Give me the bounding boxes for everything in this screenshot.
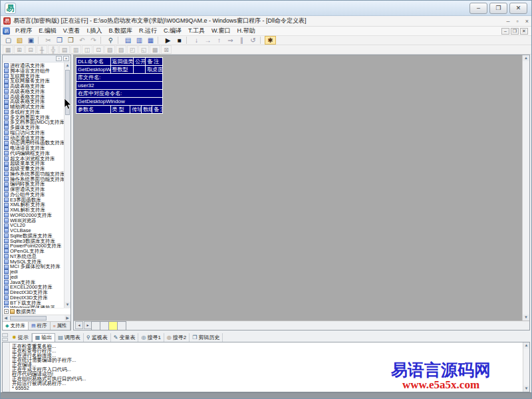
toolbar-button[interactable]: ✂ [43, 36, 54, 45]
toolbar-button[interactable]: ▥ [134, 36, 145, 45]
output-tab[interactable]: ✹ 提示 [9, 333, 32, 342]
scroll-down-icon[interactable]: ▼ [523, 315, 529, 321]
library-item[interactable]: Sqlite3数据库支持库 [3, 239, 64, 244]
table-toolbar-button[interactable]: ⊞ [14, 45, 25, 54]
sidebar-tab[interactable]: ▤ 程序 [29, 322, 51, 330]
menu-item[interactable]: R.运行 [136, 27, 160, 35]
os-close-button[interactable]: ✕ [509, 3, 527, 14]
menu-item[interactable]: P.程序 [12, 27, 35, 35]
library-item[interactable]: EXCEL2000支持库 [3, 285, 64, 290]
scroll-up-icon[interactable]: ▲ [65, 63, 70, 68]
menu-item[interactable]: C.编译 [160, 27, 185, 35]
toolbar-button[interactable]: ▧ [14, 36, 25, 45]
menu-item[interactable]: E.编辑 [35, 27, 60, 35]
scroll-left-icon[interactable]: ◀ [3, 315, 9, 321]
toolbar-button[interactable] [118, 37, 121, 44]
library-item[interactable]: WEB浏览器 [3, 218, 64, 223]
library-item[interactable]: DirectX3D支持库 [3, 295, 64, 301]
output-tab[interactable]: ▤ 调用表 [55, 333, 84, 342]
library-item[interactable]: 多文档界面支持库 [3, 115, 64, 120]
os-maximize-button[interactable]: ❐ [489, 3, 507, 14]
toolbar-button[interactable] [186, 37, 190, 44]
library-item[interactable]: NT系统信息 [3, 254, 64, 259]
toolbar-button[interactable]: → [202, 36, 213, 45]
output-tab[interactable]: ❐ 剪辑历史 [190, 333, 223, 342]
scroll-down-icon[interactable]: ▼ [523, 386, 529, 392]
library-item[interactable]: 辅助调试支持库 [3, 104, 64, 110]
library-item[interactable]: 多文档界面(MDC)支持库V版 [3, 120, 64, 125]
library-item[interactable]: 超文本浏览框支持库 [3, 156, 64, 162]
library-item[interactable]: 进程通讯支持库 [3, 63, 64, 68]
library-item[interactable]: Sqlite数据库支持库 [3, 233, 64, 239]
table-toolbar-button[interactable]: ▤ [59, 45, 70, 54]
map-name-value-cell[interactable]: GetDesktopWindow [76, 98, 163, 106]
library-item[interactable]: 动态调用特殊函数支持库 [3, 140, 64, 146]
lib-file-value-cell[interactable]: user32 [76, 82, 163, 90]
toolbar-button[interactable]: ❐ [54, 36, 65, 45]
dll-definition-canvas[interactable]: DLL命令名 返回值类型 公开 备 注 GetDesktopWindow 整数型… [74, 55, 522, 321]
library-item[interactable]: 多媒体支持库 [3, 125, 64, 130]
param-header-cell[interactable]: 数组 [142, 106, 152, 114]
toolbar-button[interactable]: ▢ [3, 36, 14, 45]
table-toolbar-button[interactable]: ⊠ [161, 45, 172, 54]
hscroll-thumb[interactable] [10, 316, 47, 321]
toolbar-button[interactable]: ■ [174, 36, 185, 45]
ide-close-button[interactable]: × [525, 18, 529, 25]
toolbar-button[interactable]: ▶ [162, 36, 174, 45]
library-item[interactable]: MySQL支持库 [3, 259, 64, 265]
table-toolbar-button[interactable]: ◰ [127, 45, 138, 54]
menu-item[interactable]: W.窗口 [208, 27, 234, 35]
mdi-minimize-button[interactable]: – [501, 28, 509, 35]
command-name-cell[interactable]: GetDesktopWindow [76, 66, 111, 74]
param-header-cell[interactable]: 传址 [130, 106, 142, 114]
library-item[interactable]: E3界面函数库 [3, 198, 64, 203]
output-gutter-button[interactable] [3, 344, 9, 349]
library-item[interactable]: VCLBase [3, 228, 64, 233]
toolbar-button[interactable]: ⚲ [105, 36, 116, 45]
header-cell[interactable]: DLL命令名 [76, 58, 111, 66]
library-item[interactable]: 超级菜单支持库 [3, 161, 64, 166]
header-cell[interactable]: 备 注 [146, 58, 163, 66]
library-item[interactable]: 操作系统界面功能支持库(2B版) [3, 172, 64, 177]
toolbar-button[interactable]: ↓ [191, 36, 202, 45]
library-item[interactable]: 编码转换支持库 [3, 182, 64, 187]
document-tab[interactable] [117, 321, 126, 330]
menu-item[interactable]: H.帮助 [234, 27, 259, 35]
library-item[interactable]: 高级表格支持库 [3, 94, 64, 100]
sidebar-tab[interactable]: ◆ 支持库 [3, 322, 29, 330]
scroll-up-icon[interactable]: ▲ [523, 55, 529, 61]
library-item[interactable]: Java支持库 [3, 280, 64, 285]
library-item[interactable]: 端口访问支持库 [3, 130, 64, 136]
library-item[interactable]: BT下载支持库 [3, 301, 64, 306]
toolbar-button[interactable] [38, 37, 41, 44]
param-header-cell[interactable]: 备 注 [152, 106, 163, 114]
output-tab[interactable]: ▦ 输出 [32, 333, 56, 342]
toolbar-button[interactable]: ❒ [65, 36, 76, 45]
toolbar-button[interactable]: ▦ [145, 36, 156, 45]
scroll-down-icon[interactable]: ▼ [65, 302, 70, 308]
table-toolbar-button[interactable]: ⊡ [93, 45, 104, 54]
return-type-cell[interactable]: 整数型 [111, 66, 134, 74]
table-toolbar-button[interactable]: ▧ [104, 45, 115, 54]
library-item[interactable]: 超级变量支持库 [3, 166, 64, 172]
toolbar-button[interactable]: ✱ [265, 36, 276, 45]
output-tab[interactable]: ✎ 变量表 [111, 333, 139, 342]
ide-minimize-button[interactable]: – [507, 18, 510, 25]
toolbar-button[interactable] [260, 37, 263, 44]
library-item[interactable]: PowerPoint2000支持库 [3, 243, 64, 249]
menu-item[interactable]: V.查看 [60, 27, 84, 35]
library-item[interactable]: 互联网服务支持库 [3, 78, 64, 84]
toolbar-button[interactable]: ↺ [247, 36, 259, 45]
output-tab[interactable]: ◎ 搜寻1 [138, 333, 164, 342]
document-tab[interactable] [100, 321, 109, 330]
library-item[interactable]: MCI 多媒体控制支持库 [3, 264, 64, 269]
table-toolbar-button[interactable]: ╫ [37, 45, 47, 54]
lib-file-label-cell[interactable]: 库文件名: [76, 74, 163, 82]
toolbar-button[interactable]: ⇒ [225, 36, 236, 45]
ide-restore-button[interactable]: ▫ [517, 18, 519, 25]
menu-item[interactable]: B.数据库 [106, 27, 136, 35]
library-item[interactable]: OPenGL支持库 [3, 249, 64, 254]
document-tab[interactable] [91, 321, 100, 330]
library-item[interactable]: WORD2000支持库 [3, 213, 64, 218]
library-item[interactable]: 动态通道支持库 [3, 136, 64, 141]
